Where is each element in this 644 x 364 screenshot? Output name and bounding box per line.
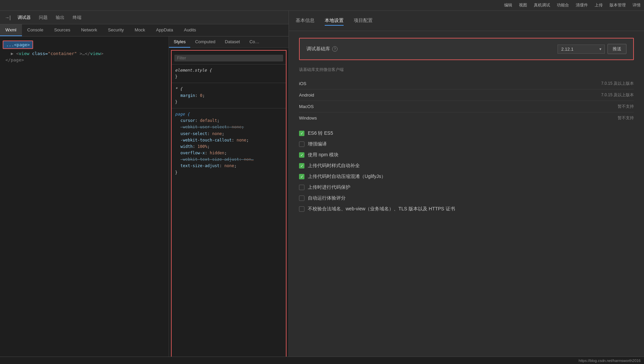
checkbox-es6-box[interactable] [299,131,304,136]
left-panel: →| 调试器 问题 输出 终端 Wxml Console Sources Net… [0,11,289,364]
platform-table: iOS 7.0.15 及以上版本 Android 7.0.15 及以上版本 Ma… [299,78,634,124]
checkbox-auto-score-box[interactable] [299,196,304,201]
xml-selected-node[interactable]: ...<page> [3,41,33,49]
menu-item-view[interactable]: 视图 [519,2,527,8]
checkbox-auto-score[interactable]: 自动运行体验评分 [299,195,634,201]
checkbox-no-domain-check[interactable]: 不校验合法域名、web-view（业务域名）、TLS 版本以及 HTTPS 证书 [299,206,634,212]
platform-name-ios: iOS [299,81,601,86]
platform-row-android: Android 7.0.15 及以上版本 [299,89,634,101]
tab-project-config[interactable]: 项目配置 [354,16,373,26]
styles-subtabs: Styles Computed Dataset Co… [169,36,289,48]
tab-network[interactable]: Network [76,24,103,36]
menu-item-device-debug[interactable]: 真机调试 [534,2,550,8]
inspector-area: ...<page> ▶ <view class="container" >…</… [0,36,289,364]
checkbox-es6[interactable]: ES6 转 ES5 [299,130,634,136]
checkbox-section: ES6 转 ES5 增强编译 使用 npm 模块 上传代码时样式自动补全 上传代… [299,130,634,212]
menu-item-edit[interactable]: 编辑 [504,2,512,8]
checkbox-uglify-box[interactable] [299,174,304,179]
right-content: 调试基础库 ? 2.12.1 ▼ 推送 该基础库支持微信客户端 [289,31,644,364]
menu-item-func[interactable]: 功能合 [557,2,569,8]
css-selector: * { [175,86,182,91]
debug-lib-label: 调试基础库 ? [306,46,558,52]
filter-input[interactable] [174,55,283,61]
platform-version-android: 7.0.15 及以上版本 [601,92,634,98]
tab-issues[interactable]: 问题 [35,13,51,22]
tab-appdata[interactable]: AppData [151,24,179,36]
css-prop-user-select: user-select: none; [175,131,282,137]
debug-lib-select-wrap: 2.12.1 ▼ 推送 [558,44,626,54]
platform-row-windows: Windows 暂不支持 [299,112,634,124]
tab-mock[interactable]: Mock [129,24,151,36]
checkbox-enhanced-label: 增强编译 [308,141,327,147]
css-rule-page: page { cursor: default; -webkit-user-sel… [172,110,286,177]
styles-tab-computed[interactable]: Computed [190,36,220,48]
tab-security[interactable]: Security [103,24,129,36]
checkbox-code-protect-box[interactable] [299,185,304,190]
checkbox-npm[interactable]: 使用 npm 模块 [299,152,634,158]
checkbox-style-autocomplete-box[interactable] [299,163,304,168]
menu-item-version[interactable]: 版本管理 [610,2,626,8]
css-prop-margin: margin: 0; [175,93,282,99]
checkbox-enhanced[interactable]: 增强编译 [299,141,634,147]
platform-version-windows: 暂不支持 [618,115,634,121]
xml-tree-line[interactable]: </page> [0,57,169,63]
tab-output[interactable]: 输出 [52,13,68,22]
css-prop-webkit-touch-callout: -webkit-touch-callout: none; [175,137,282,144]
css-prop-webkit-text-size-adjust: -webkit-text-size-adjust: non… [175,156,282,163]
css-selector-page: page { [175,112,190,116]
checkbox-no-domain-check-box[interactable] [299,206,304,212]
right-top-tabs: 基本信息 本地设置 项目配置 [289,11,644,31]
tab-local-settings[interactable]: 本地设置 [325,16,344,26]
css-prop-overflow-x: overflow-x: hidden; [175,150,282,156]
menu-item-detail[interactable]: 详情 [633,2,641,8]
top-menubar: 编辑 视图 真机调试 功能合 清缓件 上传 版本管理 详情 [0,0,644,11]
help-icon[interactable]: ? [332,46,338,52]
support-text: 该基础库支持微信客户端 [299,67,634,73]
css-rule-element-style: element.style { } [172,66,286,81]
platform-row-ios: iOS 7.0.15 及以上版本 [299,78,634,89]
sub-tabs-row: Wxml Console Sources Network Security Mo… [0,24,289,36]
styles-tab-styles[interactable]: Styles [169,36,190,48]
bottom-bar: https://blog.csdn.net/harmsworth2016 [0,357,644,364]
styles-tab-co[interactable]: Co… [245,36,264,48]
push-button[interactable]: 推送 [608,44,626,54]
checkbox-uglify[interactable]: 上传代码时自动压缩混淆（UglifyJs） [299,174,634,180]
tab-console[interactable]: Console [22,24,49,36]
platform-version-ios: 7.0.15 及以上版本 [601,81,634,86]
devtools-toolbar: →| 调试器 问题 输出 终端 [0,11,289,24]
checkbox-enhanced-box[interactable] [299,141,304,147]
css-selector: element.style { [175,68,212,73]
checkbox-no-domain-check-label: 不校验合法域名、web-view（业务域名）、TLS 版本以及 HTTPS 证书 [308,206,455,212]
menu-item-clear[interactable]: 清缓件 [576,2,588,8]
css-prop-width: width: 100%; [175,144,282,150]
version-select-wrapper: 2.12.1 ▼ [558,45,605,54]
checkbox-code-protect[interactable]: 上传时进行代码保护 [299,184,634,190]
checkbox-style-autocomplete[interactable]: 上传代码时样式自动补全 [299,163,634,169]
checkbox-npm-label: 使用 npm 模块 [308,152,339,158]
styles-panel: Styles Computed Dataset Co… [169,36,289,364]
tab-audits[interactable]: Audits [178,24,201,36]
tab-basic-info[interactable]: 基本信息 [296,16,315,26]
checkbox-uglify-label: 上传代码时自动压缩混淆（UglifyJs） [308,174,386,180]
tab-wxml[interactable]: Wxml [0,24,22,36]
css-prop-text-size-adjust: text-size-adjust: none; [175,163,282,169]
menu-item-upload[interactable]: 上传 [595,2,603,8]
platform-name-android: Android [299,93,601,98]
debug-lib-row: 调试基础库 ? 2.12.1 ▼ 推送 [299,38,634,60]
platform-name-windows: Windows [299,115,618,121]
css-rule-universal: * { margin: 0; } [172,84,286,107]
platform-row-macos: MacOS 暂不支持 [299,101,634,112]
back-arrow-icon[interactable]: →| [3,14,13,22]
checkbox-npm-box[interactable] [299,152,304,158]
styles-content-box: element.style { } * { margin: 0; } [171,50,287,362]
css-prop-webkit-user-select: -webkit-user-select: none; [175,124,282,130]
styles-tab-dataset[interactable]: Dataset [220,36,245,48]
xml-tree-line[interactable]: ▶ <view class="container" >…</view> [0,50,169,57]
version-select[interactable]: 2.12.1 [558,45,605,54]
checkbox-style-autocomplete-label: 上传代码时样式自动补全 [308,163,360,169]
tab-sources[interactable]: Sources [49,24,76,36]
filter-row [172,53,286,64]
css-prop-cursor: cursor: default; [175,118,282,124]
tab-debugger[interactable]: 调试器 [14,13,34,22]
tab-terminal[interactable]: 终端 [69,13,85,22]
